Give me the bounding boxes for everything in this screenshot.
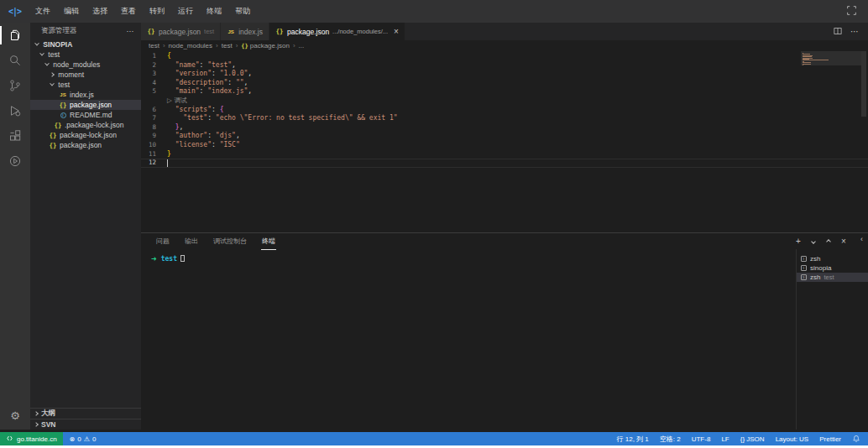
notifications-bell-icon[interactable] — [852, 435, 860, 443]
status-cursor-position[interactable]: 行 12, 列 1 — [617, 435, 649, 444]
terminal-dropdown-icon[interactable] — [809, 237, 818, 246]
terminal-tab-zsh-test[interactable]: zshtest — [797, 273, 868, 282]
tab-index.js[interactable]: JSindex.js — [221, 23, 269, 40]
minimap[interactable] — [803, 53, 860, 65]
panel-tab-输出[interactable]: 输出 — [185, 237, 198, 246]
breadcrumb-item-package.json[interactable]: {}package.json — [241, 42, 290, 49]
sidebar-more-actions-icon[interactable]: ⋯ — [127, 27, 135, 35]
problems-status[interactable]: ⊗ 0 ⚠ 0 — [63, 435, 103, 443]
breadcrumb-item-test[interactable]: test — [149, 42, 159, 49]
code-line-9[interactable]: 9 "author": "djs", — [141, 132, 868, 141]
code-line-2[interactable]: 2 "name": "test", — [141, 61, 868, 70]
code-line-4[interactable]: 4 "description": "", — [141, 79, 868, 88]
section-SVN[interactable]: SVN — [30, 419, 141, 430]
js-file-icon: JS — [227, 29, 235, 34]
split-editor-icon[interactable] — [833, 26, 843, 38]
panel-header: 问题输出调试控制台终端+× — [141, 233, 868, 249]
activity-bar: ⚙ — [0, 23, 30, 430]
code-line-7[interactable]: 7 "test": "echo \"Error: no test specifi… — [141, 114, 868, 123]
chevron-down-icon — [44, 61, 50, 66]
json-file-icon: {} — [54, 122, 62, 129]
tree-item-package.json[interactable]: {}package.json — [30, 100, 141, 110]
breadcrumb-item-node_modules[interactable]: node_modules — [169, 42, 212, 49]
code-area: 1{2 "name": "test",3 "version": "1.0.0",… — [141, 51, 868, 168]
editor-more-actions-icon[interactable]: ⋯ — [850, 27, 860, 36]
menu-item-1[interactable]: 编辑 — [57, 0, 86, 23]
tree-item-package.json[interactable]: {}package.json — [30, 140, 141, 150]
code-token: "test" — [207, 61, 232, 70]
menu-item-0[interactable]: 文件 — [29, 0, 57, 23]
remote-indicator[interactable]: go.titanide.cn — [0, 432, 63, 445]
code-line-3[interactable]: 3 "version": "1.0.0", — [141, 70, 868, 79]
code-line-8[interactable]: 8 }, — [141, 123, 868, 133]
tree-item-moment[interactable]: moment — [30, 70, 141, 80]
tree-item-test[interactable]: test — [30, 49, 141, 60]
tab-package.json[interactable]: {}package.json.../node_modules/...× — [269, 23, 405, 40]
terminal-tab-zsh[interactable]: zsh — [797, 254, 868, 263]
activity-run-debug-icon[interactable] — [0, 98, 30, 123]
code-token — [167, 79, 175, 88]
line-number: 12 — [141, 159, 156, 168]
tree-item-package-lock.json[interactable]: {}package-lock.json — [30, 130, 141, 140]
panel-tab-问题[interactable]: 问题 — [156, 237, 170, 246]
breadcrumb-label: ... — [299, 42, 305, 49]
minimap-line — [803, 64, 811, 65]
tree-item-README.md[interactable]: iREADME.md — [30, 110, 141, 120]
activity-source-control-icon[interactable] — [0, 73, 30, 98]
activity-run-circle-icon[interactable] — [0, 148, 30, 174]
menu-item-6[interactable]: 终端 — [200, 0, 228, 23]
activity-extensions-icon[interactable] — [0, 123, 30, 148]
menu-item-2[interactable]: 选择 — [86, 0, 114, 23]
breadcrumb-item-test[interactable]: test — [222, 42, 233, 49]
tree-item-.package-lock.json[interactable]: {}.package-lock.json — [30, 120, 141, 130]
code-editor[interactable]: 1{2 "name": "test",3 "version": "1.0.0",… — [141, 51, 868, 232]
status-keyboard-layout[interactable]: Layout: US — [776, 435, 809, 443]
terminal[interactable]: ➜test — [141, 249, 796, 430]
section-大纲[interactable]: 大纲 — [30, 408, 141, 419]
settings-gear-icon[interactable]: ⚙ — [0, 409, 30, 424]
menu-item-3[interactable]: 查看 — [114, 0, 143, 23]
tab-package.json[interactable]: {}package.jsontest — [141, 23, 221, 40]
code-line-10[interactable]: 10 "license": "ISC" — [141, 141, 868, 150]
code-line-6[interactable]: 6 "scripts": { — [141, 106, 868, 115]
menu-item-4[interactable]: 转到 — [143, 0, 171, 23]
chevron-left-icon[interactable]: ‹ — [860, 235, 863, 243]
tree-item-index.js[interactable]: JSindex.js — [30, 90, 141, 100]
chevron-down-icon — [34, 41, 39, 46]
code-line-5[interactable]: 5 "main": "index.js", — [141, 87, 868, 96]
panel-tab-终端[interactable]: 终端 — [262, 237, 275, 246]
editor-scrollbar-thumb[interactable] — [861, 51, 866, 117]
status-eol[interactable]: LF — [721, 435, 729, 443]
maximize-panel-icon[interactable] — [824, 237, 833, 246]
code-token: , — [244, 79, 248, 88]
code-line-12[interactable]: 12 — [141, 159, 868, 168]
codelens-debug-link[interactable]: ▷调试 — [141, 96, 868, 106]
breadcrumb-item-...[interactable]: ... — [299, 42, 305, 49]
terminal-tab-sinopia[interactable]: sinopia — [797, 263, 868, 273]
activity-explorer-icon[interactable] — [0, 23, 30, 48]
menu-item-7[interactable]: 帮助 — [228, 0, 257, 23]
section-label: SVN — [41, 420, 55, 429]
status-indentation[interactable]: 空格: 2 — [660, 435, 681, 444]
code-token: "name" — [175, 61, 200, 70]
tab-title: package.json — [287, 28, 329, 36]
code-line-1[interactable]: 1{ — [141, 52, 868, 61]
panel-tab-调试控制台[interactable]: 调试控制台 — [213, 237, 247, 246]
file-tree: SINOPIA test node_modules moment testJSi… — [30, 39, 141, 150]
close-panel-icon[interactable]: × — [839, 237, 848, 246]
status-language-mode[interactable]: {} JSON — [740, 435, 765, 443]
new-terminal-icon[interactable]: + — [794, 237, 803, 246]
code-token: "description" — [175, 79, 228, 88]
status-encoding[interactable]: UTF-8 — [692, 435, 711, 443]
tree-item-test[interactable]: test — [30, 80, 141, 90]
tree-item-SINOPIA[interactable]: SINOPIA — [30, 39, 141, 49]
close-icon[interactable]: × — [394, 29, 399, 35]
tree-item-node_modules[interactable]: node_modules — [30, 60, 141, 70]
expand-window-icon[interactable] — [846, 5, 857, 18]
code-line-11[interactable]: 11} — [141, 150, 868, 159]
activity-search-icon[interactable] — [0, 48, 30, 73]
status-prettier[interactable]: Prettier — [819, 435, 841, 443]
menu-item-5[interactable]: 运行 — [171, 0, 200, 23]
code-token: , — [248, 70, 252, 79]
code-token: , — [232, 61, 236, 70]
